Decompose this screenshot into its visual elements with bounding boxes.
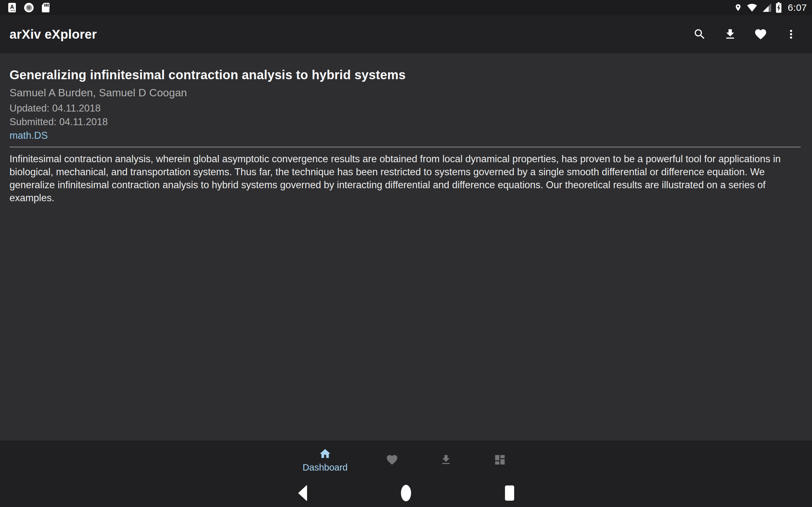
status-bar-system: 6:07: [734, 2, 807, 13]
clock: 6:07: [788, 2, 807, 13]
download-button[interactable]: [723, 27, 737, 41]
record-icon: [24, 3, 34, 12]
paper-detail: Generalizing infinitesimal contraction a…: [0, 53, 812, 205]
status-bar-notifications: A: [8, 3, 49, 12]
overflow-menu-button[interactable]: [784, 27, 798, 41]
wifi-icon: [746, 3, 758, 13]
paper-updated-date: Updated: 04.11.2018: [9, 103, 802, 114]
home-button[interactable]: [393, 479, 419, 507]
bottom-navigation: Dashboard: [0, 441, 812, 479]
paper-category: math.DS: [9, 130, 802, 141]
input-method-icon: A: [8, 3, 16, 12]
cell-signal-icon: [762, 3, 772, 13]
app-title: arXiv eXplorer: [9, 27, 97, 42]
download-icon: [723, 27, 737, 41]
home-icon: [319, 447, 332, 460]
dashboard-widgets-icon: [494, 453, 506, 466]
favorite-icon: [754, 27, 767, 41]
favorite-button[interactable]: [754, 27, 768, 41]
location-icon: [734, 3, 742, 13]
home-circle-icon: [401, 485, 411, 501]
category-link[interactable]: math.DS: [9, 130, 48, 141]
nav-item-downloads[interactable]: [419, 441, 473, 479]
nav-item-favorites[interactable]: [365, 441, 419, 479]
input-method-letter: A: [10, 4, 14, 10]
overflow-menu-icon: [784, 27, 798, 41]
paper-authors: Samuel A Burden, Samuel D Coogan: [9, 87, 802, 99]
app-bar-actions: [693, 27, 798, 41]
back-icon: [298, 485, 307, 501]
sdcard-icon: [42, 3, 49, 12]
input-method-dots: [11, 10, 15, 11]
nav-item-label: Dashboard: [303, 463, 348, 472]
android-navigation-bar: [0, 479, 812, 507]
status-bar: A 6:07: [0, 0, 812, 15]
battery-charging-icon: [775, 2, 782, 13]
downloads-tab-icon: [440, 453, 452, 466]
paper-abstract: Infinitesimal contraction analysis, wher…: [9, 153, 802, 205]
screen: A 6:07: [0, 0, 812, 507]
favorites-tab-icon: [386, 453, 398, 466]
recents-square-icon: [505, 486, 514, 501]
nav-item-widgets[interactable]: [473, 441, 527, 479]
recents-button[interactable]: [496, 479, 523, 507]
divider: [9, 147, 801, 147]
search-button[interactable]: [693, 27, 707, 41]
search-icon: [693, 27, 706, 41]
app-bar: arXiv eXplorer: [0, 15, 812, 53]
paper-submitted-date: Submitted: 04.11.2018: [9, 116, 802, 128]
nav-item-dashboard[interactable]: Dashboard: [285, 441, 365, 479]
paper-title: Generalizing infinitesimal contraction a…: [9, 68, 802, 82]
back-button[interactable]: [289, 479, 316, 507]
